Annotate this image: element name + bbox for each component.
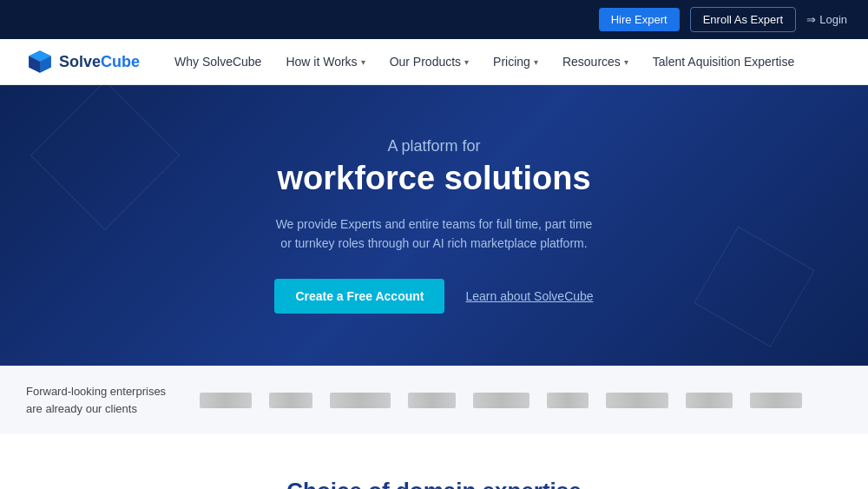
nav-link-products[interactable]: Our Products ▾ xyxy=(390,55,469,69)
client-logo xyxy=(200,393,252,408)
nav-link-how[interactable]: How it Works ▾ xyxy=(286,55,365,69)
hero-subtitle: A platform for xyxy=(387,137,480,155)
chevron-down-icon: ▾ xyxy=(464,57,469,67)
client-logo xyxy=(750,393,802,408)
client-logo xyxy=(686,393,733,408)
nav-item-how[interactable]: How it Works ▾ xyxy=(286,55,365,69)
domain-section: Choice of domain expertise Choose your d… xyxy=(0,434,868,489)
hire-expert-button[interactable]: Hire Expert xyxy=(599,8,680,31)
nav-item-talent[interactable]: Talent Aquisition Expertise xyxy=(653,55,794,69)
nav-item-why[interactable]: Why SolveCube xyxy=(174,55,261,69)
nav-item-products[interactable]: Our Products ▾ xyxy=(390,55,469,69)
nav-link-talent[interactable]: Talent Aquisition Expertise xyxy=(653,55,794,69)
clients-bar: Forward-looking enterprisesare already o… xyxy=(0,366,868,434)
client-logo xyxy=(547,393,589,408)
chevron-down-icon: ▾ xyxy=(624,57,628,67)
login-label: Login xyxy=(819,13,847,26)
navbar: SolveCube Why SolveCube How it Works ▾ O… xyxy=(0,39,868,85)
nav-link-resources[interactable]: Resources ▾ xyxy=(562,55,628,69)
domain-title: Choice of domain expertise xyxy=(26,478,842,489)
hero-description: We provide Experts and entire teams for … xyxy=(276,215,593,254)
hero-title: workforce solutions xyxy=(277,159,590,199)
logo-icon xyxy=(26,48,54,76)
nav-link-why[interactable]: Why SolveCube xyxy=(174,55,261,69)
client-logo xyxy=(606,393,668,408)
chevron-down-icon: ▾ xyxy=(534,57,538,67)
login-button[interactable]: ⇒ Login xyxy=(806,13,847,26)
topbar: Hire Expert Enroll As Expert ⇒ Login xyxy=(0,0,868,39)
logo-link[interactable]: SolveCube xyxy=(26,48,140,76)
clients-text: Forward-looking enterprisesare already o… xyxy=(26,383,174,417)
hero-section: A platform for workforce solutions We pr… xyxy=(0,85,868,366)
chevron-down-icon: ▾ xyxy=(361,57,365,67)
client-logo xyxy=(330,393,391,408)
logo-text: SolveCube xyxy=(59,53,140,71)
hero-actions: Create a Free Account Learn about SolveC… xyxy=(274,279,593,314)
nav-links: Why SolveCube How it Works ▾ Our Product… xyxy=(174,55,842,69)
nav-item-resources[interactable]: Resources ▾ xyxy=(562,55,628,69)
enroll-expert-button[interactable]: Enroll As Expert xyxy=(690,7,797,32)
login-icon: ⇒ xyxy=(806,13,816,26)
clients-logos xyxy=(200,393,842,408)
nav-item-pricing[interactable]: Pricing ▾ xyxy=(493,55,538,69)
create-account-button[interactable]: Create a Free Account xyxy=(274,279,444,314)
nav-link-pricing[interactable]: Pricing ▾ xyxy=(493,55,538,69)
client-logo xyxy=(473,393,529,408)
learn-about-button[interactable]: Learn about SolveCube xyxy=(465,289,593,303)
client-logo xyxy=(269,393,312,408)
client-logo xyxy=(408,393,456,408)
